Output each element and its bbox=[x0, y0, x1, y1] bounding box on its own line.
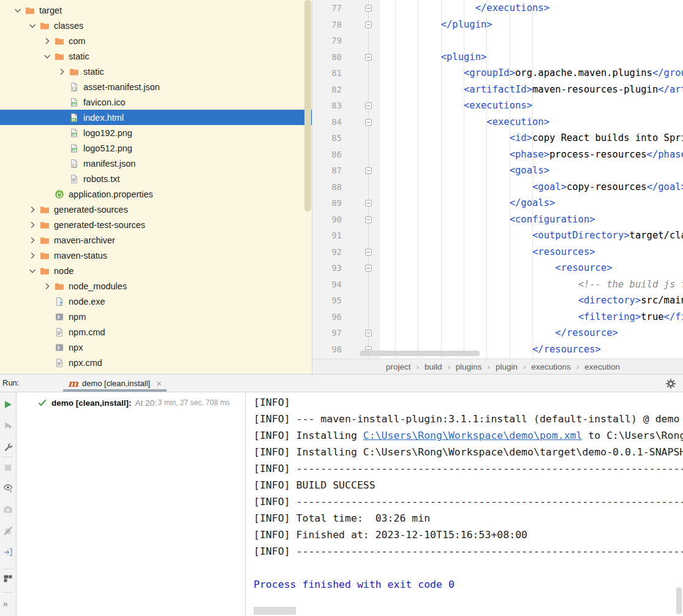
svg-text:?: ? bbox=[59, 300, 63, 306]
tree-item-node_modules[interactable]: node_modules bbox=[0, 278, 312, 294]
tree-item-static[interactable]: static bbox=[0, 48, 312, 64]
code-text: <resources> bbox=[380, 244, 595, 260]
console-file-link[interactable]: C:\Users\Rong\Workspace\demo\pom.xml bbox=[363, 430, 583, 441]
editor-line-93: 93 <resource> bbox=[312, 260, 683, 276]
chevron-down-icon[interactable] bbox=[26, 21, 39, 31]
run-label: Run: bbox=[2, 375, 19, 392]
tree-vertical-scrollbar[interactable] bbox=[304, 0, 311, 211]
tree-item-maven-status[interactable]: maven-status bbox=[0, 248, 312, 263]
restore-layout-icon[interactable] bbox=[3, 574, 13, 584]
tree-item-npm.cmd[interactable]: npm.cmd bbox=[0, 324, 312, 340]
show-options-eye-icon[interactable] bbox=[3, 483, 13, 493]
tree-item-manifest.json[interactable]: {}manifest.json bbox=[0, 156, 312, 171]
tree-item-npx[interactable]: npx bbox=[0, 340, 312, 355]
image-icon bbox=[69, 97, 80, 107]
code-text: <goals> bbox=[380, 162, 549, 179]
console-line bbox=[246, 560, 683, 576]
tree-item-node[interactable]: node bbox=[0, 263, 312, 278]
code-text: <directory>src/main/app/build</directory… bbox=[380, 292, 683, 309]
tree-item-logo192.png[interactable]: logo192.png bbox=[0, 125, 312, 140]
chevron-right-icon[interactable] bbox=[40, 36, 54, 46]
fold-marker-icon[interactable] bbox=[365, 167, 372, 174]
tree-item-asset-manifest.json[interactable]: {}asset-manifest.json bbox=[0, 79, 312, 94]
breadcrumb-item-plugins[interactable]: plugins bbox=[456, 362, 482, 371]
console-text: to C:\Users\Rong bbox=[582, 430, 683, 441]
stop-icon[interactable] bbox=[3, 463, 13, 473]
console-horizontal-scrollbar[interactable] bbox=[254, 607, 296, 615]
editor-horizontal-scrollbar[interactable] bbox=[360, 351, 480, 356]
tree-item-target[interactable]: target bbox=[0, 2, 312, 18]
tree-item-generated-sources[interactable]: generated-sources bbox=[0, 202, 312, 217]
fold-marker-icon[interactable] bbox=[365, 200, 372, 207]
breadcrumb-item-plugin[interactable]: plugin bbox=[496, 362, 518, 371]
tree-item-label: npx.cmd bbox=[69, 358, 102, 368]
tree-item-maven-archiver[interactable]: maven-archiver bbox=[0, 232, 312, 248]
fold-marker-icon[interactable] bbox=[365, 330, 372, 337]
chevron-right-icon[interactable] bbox=[26, 251, 39, 260]
indent-spacer bbox=[40, 358, 54, 368]
console-line: [INFO] ---------------------------------… bbox=[246, 460, 683, 477]
fold-marker-icon[interactable] bbox=[365, 216, 372, 223]
tree-item-generated-test-sources[interactable]: generated-test-sources bbox=[0, 217, 312, 232]
tree-item-logo512.png[interactable]: logo512.png bbox=[0, 140, 312, 156]
chevron-right-icon[interactable] bbox=[26, 220, 39, 230]
breadcrumb-item-executions[interactable]: executions bbox=[531, 362, 571, 371]
tree-item-application.properties[interactable]: application.properties bbox=[0, 186, 312, 202]
breadcrumb-item-build[interactable]: build bbox=[425, 362, 442, 371]
folder-icon bbox=[54, 36, 65, 46]
run-tree-node[interactable]: demo [clean,install]: At 20: 3 min, 27 s… bbox=[37, 395, 230, 410]
chevron-right-icon[interactable] bbox=[40, 281, 54, 291]
tree-item-index.html[interactable]: Hindex.html bbox=[0, 110, 312, 125]
gear-icon[interactable] bbox=[665, 378, 676, 389]
folder-icon bbox=[25, 6, 36, 15]
console-line: [INFO] Total time: 03:26 min bbox=[246, 510, 683, 527]
fold-marker-icon[interactable] bbox=[365, 265, 372, 272]
breadcrumb-separator: › bbox=[447, 362, 450, 371]
tree-item-com[interactable]: com bbox=[0, 33, 312, 48]
fold-marker-icon[interactable] bbox=[365, 5, 372, 12]
chevron-right-icon[interactable] bbox=[26, 235, 39, 245]
attach-debugger-bug-icon[interactable] bbox=[3, 526, 13, 536]
toolbar-separator bbox=[2, 569, 13, 569]
fold-marker-icon[interactable] bbox=[365, 102, 372, 109]
fold-marker-icon[interactable] bbox=[365, 21, 372, 28]
tree-item-npx.cmd[interactable]: npx.cmd bbox=[0, 355, 312, 370]
settings-wrench-icon[interactable] bbox=[3, 442, 13, 452]
console-text: [INFO] BUILD SUCCESS bbox=[254, 479, 375, 491]
chevron-down-icon[interactable] bbox=[26, 266, 39, 276]
tree-item-label: generated-test-sources bbox=[54, 220, 145, 230]
tree-item-static[interactable]: static bbox=[0, 64, 312, 79]
rerun-icon[interactable]: 9 bbox=[3, 420, 13, 430]
run-tab[interactable]: m demo [clean,install] × bbox=[63, 375, 167, 392]
fold-marker-icon[interactable] bbox=[365, 249, 372, 256]
tree-item-classes[interactable]: classes bbox=[0, 18, 312, 33]
thread-dump-camera-icon[interactable] bbox=[3, 504, 13, 514]
play-icon[interactable] bbox=[3, 400, 13, 409]
more-icon[interactable]: » bbox=[3, 598, 13, 608]
tree-item-favicon.ico[interactable]: favicon.ico bbox=[0, 94, 312, 110]
breadcrumb-item-execution[interactable]: execution bbox=[584, 362, 620, 371]
close-icon[interactable]: × bbox=[156, 378, 162, 389]
jump-to-output-icon[interactable] bbox=[3, 547, 13, 557]
chevron-right-icon[interactable] bbox=[55, 67, 69, 77]
console-output[interactable]: [INFO][INFO] --- maven-install-plugin:3.… bbox=[245, 392, 683, 616]
breadcrumb-item-project[interactable]: project bbox=[386, 362, 411, 371]
tree-item-npm[interactable]: npm bbox=[0, 309, 312, 324]
chevron-right-icon[interactable] bbox=[26, 205, 39, 215]
console-icon bbox=[54, 312, 65, 322]
run-tree-area[interactable]: demo [clean,install]: At 20: 3 min, 27 s… bbox=[17, 392, 245, 616]
fold-marker-icon[interactable] bbox=[365, 119, 372, 126]
tree-item-label: logo192.png bbox=[83, 128, 132, 138]
fold-marker-icon[interactable] bbox=[365, 54, 372, 61]
chevron-down-icon[interactable] bbox=[40, 51, 54, 61]
tree-item-node.exe[interactable]: ?node.exe bbox=[0, 294, 312, 309]
console-vertical-scrollbar[interactable] bbox=[676, 587, 682, 614]
tree-item-label: node.exe bbox=[69, 297, 105, 306]
editor-panel[interactable]: 77 </executions>78 </plugin>7980 <plugin… bbox=[312, 0, 683, 359]
chevron-down-icon[interactable] bbox=[11, 6, 25, 15]
tree-item-label: classes bbox=[54, 21, 83, 31]
text-icon bbox=[54, 327, 65, 337]
tree-item-label: favicon.ico bbox=[83, 97, 126, 107]
console-text: [INFO] --- maven-install-plugin:3.1.1:in… bbox=[254, 413, 683, 425]
tree-item-robots.txt[interactable]: robots.txt bbox=[0, 171, 312, 186]
